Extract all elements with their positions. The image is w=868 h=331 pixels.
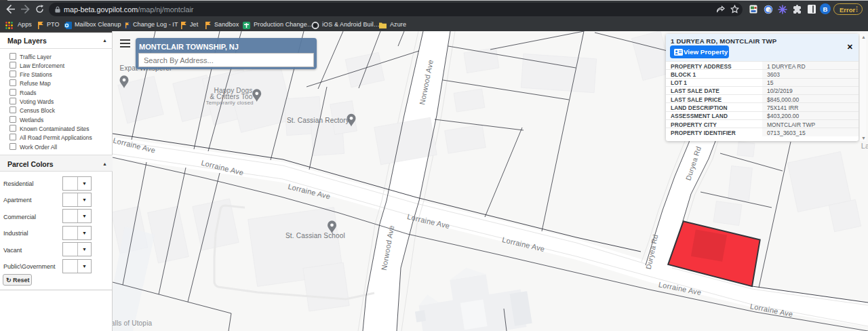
svg-text:St. Cassian School: St. Cassian School [285, 232, 345, 239]
svg-text:Temporarily closed: Temporarily closed [205, 100, 253, 106]
svg-text:alls of Utopia: alls of Utopia [113, 319, 153, 327]
svg-text:St. Cassian Rectory: St. Cassian Rectory [287, 117, 349, 124]
svg-text:La: La [861, 142, 868, 150]
